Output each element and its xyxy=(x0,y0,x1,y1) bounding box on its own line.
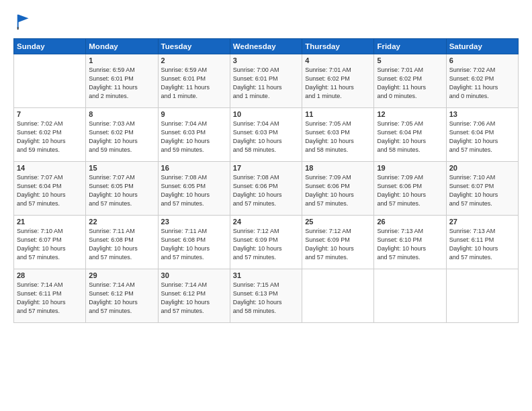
calendar-cell xyxy=(14,54,86,107)
calendar-cell: 24Sunrise: 7:12 AM Sunset: 6:09 PM Dayli… xyxy=(230,215,302,269)
calendar-table: SundayMondayTuesdayWednesdayThursdayFrid… xyxy=(13,38,519,323)
calendar-cell: 19Sunrise: 7:09 AM Sunset: 6:06 PM Dayli… xyxy=(374,161,446,215)
day-number: 21 xyxy=(17,218,83,226)
calendar-cell: 6Sunrise: 7:02 AM Sunset: 6:02 PM Daylig… xyxy=(446,54,518,107)
day-number: 30 xyxy=(161,271,227,279)
day-info: Sunrise: 7:10 AM Sunset: 6:07 PM Dayligh… xyxy=(449,173,515,208)
calendar-cell: 1Sunrise: 6:59 AM Sunset: 6:01 PM Daylig… xyxy=(86,54,158,107)
day-info: Sunrise: 7:02 AM Sunset: 6:02 PM Dayligh… xyxy=(449,66,515,101)
day-number: 20 xyxy=(449,164,515,172)
day-number: 14 xyxy=(17,164,83,172)
day-number: 15 xyxy=(89,164,154,172)
day-number: 4 xyxy=(305,56,371,64)
day-number: 6 xyxy=(449,56,515,64)
day-info: Sunrise: 7:10 AM Sunset: 6:07 PM Dayligh… xyxy=(17,227,83,262)
day-number: 29 xyxy=(89,271,154,279)
calendar-week-row: 21Sunrise: 7:10 AM Sunset: 6:07 PM Dayli… xyxy=(14,215,519,269)
day-number: 5 xyxy=(377,56,443,64)
day-header-wednesday: Wednesday xyxy=(230,38,302,54)
calendar-page: SundayMondayTuesdayWednesdayThursdayFrid… xyxy=(0,0,532,411)
day-number: 2 xyxy=(161,56,227,64)
day-info: Sunrise: 7:01 AM Sunset: 6:02 PM Dayligh… xyxy=(377,66,443,101)
calendar-cell: 26Sunrise: 7:13 AM Sunset: 6:10 PM Dayli… xyxy=(374,215,446,269)
calendar-cell: 12Sunrise: 7:05 AM Sunset: 6:04 PM Dayli… xyxy=(374,107,446,161)
calendar-week-row: 7Sunrise: 7:02 AM Sunset: 6:02 PM Daylig… xyxy=(14,107,519,161)
day-info: Sunrise: 7:01 AM Sunset: 6:02 PM Dayligh… xyxy=(305,66,371,101)
day-number: 13 xyxy=(449,110,515,118)
day-number: 31 xyxy=(233,271,299,279)
day-info: Sunrise: 7:15 AM Sunset: 6:13 PM Dayligh… xyxy=(233,281,299,316)
day-number: 23 xyxy=(161,218,227,226)
day-info: Sunrise: 7:03 AM Sunset: 6:02 PM Dayligh… xyxy=(89,120,154,154)
day-number: 11 xyxy=(305,110,371,118)
calendar-cell: 8Sunrise: 7:03 AM Sunset: 6:02 PM Daylig… xyxy=(86,107,158,161)
header xyxy=(13,12,519,32)
day-number: 25 xyxy=(305,218,371,226)
day-info: Sunrise: 7:04 AM Sunset: 6:03 PM Dayligh… xyxy=(161,120,227,154)
day-number: 28 xyxy=(17,271,83,279)
calendar-cell: 28Sunrise: 7:14 AM Sunset: 6:11 PM Dayli… xyxy=(14,269,86,322)
day-number: 19 xyxy=(377,164,443,172)
calendar-cell: 2Sunrise: 6:59 AM Sunset: 6:01 PM Daylig… xyxy=(158,54,230,107)
day-info: Sunrise: 6:59 AM Sunset: 6:01 PM Dayligh… xyxy=(161,66,227,101)
day-info: Sunrise: 7:14 AM Sunset: 6:11 PM Dayligh… xyxy=(17,281,83,316)
day-info: Sunrise: 7:13 AM Sunset: 6:10 PM Dayligh… xyxy=(377,227,443,262)
day-info: Sunrise: 7:07 AM Sunset: 6:05 PM Dayligh… xyxy=(89,173,154,208)
calendar-cell: 13Sunrise: 7:06 AM Sunset: 6:04 PM Dayli… xyxy=(446,107,518,161)
calendar-cell: 25Sunrise: 7:12 AM Sunset: 6:09 PM Dayli… xyxy=(302,215,374,269)
day-info: Sunrise: 7:14 AM Sunset: 6:12 PM Dayligh… xyxy=(89,281,154,316)
day-header-tuesday: Tuesday xyxy=(158,38,230,54)
day-info: Sunrise: 7:08 AM Sunset: 6:06 PM Dayligh… xyxy=(233,173,299,208)
day-number: 22 xyxy=(89,218,154,226)
svg-rect-1 xyxy=(17,27,19,30)
calendar-cell xyxy=(446,269,518,322)
calendar-week-row: 1Sunrise: 6:59 AM Sunset: 6:01 PM Daylig… xyxy=(14,54,519,107)
day-info: Sunrise: 7:14 AM Sunset: 6:12 PM Dayligh… xyxy=(161,281,227,316)
logo-flag-icon xyxy=(15,12,34,31)
calendar-cell: 7Sunrise: 7:02 AM Sunset: 6:02 PM Daylig… xyxy=(14,107,86,161)
day-info: Sunrise: 7:00 AM Sunset: 6:01 PM Dayligh… xyxy=(233,66,299,101)
day-info: Sunrise: 7:06 AM Sunset: 6:04 PM Dayligh… xyxy=(449,120,515,154)
calendar-header-row: SundayMondayTuesdayWednesdayThursdayFrid… xyxy=(14,38,519,54)
day-info: Sunrise: 7:11 AM Sunset: 6:08 PM Dayligh… xyxy=(161,227,227,262)
day-number: 18 xyxy=(305,164,371,172)
day-number: 3 xyxy=(233,56,299,64)
day-header-friday: Friday xyxy=(374,38,446,54)
calendar-week-row: 28Sunrise: 7:14 AM Sunset: 6:11 PM Dayli… xyxy=(14,269,519,322)
day-info: Sunrise: 7:05 AM Sunset: 6:04 PM Dayligh… xyxy=(377,120,443,154)
day-number: 26 xyxy=(377,218,443,226)
calendar-cell: 16Sunrise: 7:08 AM Sunset: 6:05 PM Dayli… xyxy=(158,161,230,215)
day-info: Sunrise: 7:08 AM Sunset: 6:05 PM Dayligh… xyxy=(161,173,227,208)
calendar-cell: 23Sunrise: 7:11 AM Sunset: 6:08 PM Dayli… xyxy=(158,215,230,269)
day-info: Sunrise: 7:12 AM Sunset: 6:09 PM Dayligh… xyxy=(305,227,371,262)
day-info: Sunrise: 7:13 AM Sunset: 6:11 PM Dayligh… xyxy=(449,227,515,262)
calendar-cell: 22Sunrise: 7:11 AM Sunset: 6:08 PM Dayli… xyxy=(86,215,158,269)
calendar-cell: 21Sunrise: 7:10 AM Sunset: 6:07 PM Dayli… xyxy=(14,215,86,269)
day-info: Sunrise: 7:07 AM Sunset: 6:04 PM Dayligh… xyxy=(17,173,83,208)
day-number: 17 xyxy=(233,164,299,172)
calendar-cell: 18Sunrise: 7:09 AM Sunset: 6:06 PM Dayli… xyxy=(302,161,374,215)
day-number: 12 xyxy=(377,110,443,118)
calendar-cell: 17Sunrise: 7:08 AM Sunset: 6:06 PM Dayli… xyxy=(230,161,302,215)
day-info: Sunrise: 7:12 AM Sunset: 6:09 PM Dayligh… xyxy=(233,227,299,262)
day-header-sunday: Sunday xyxy=(14,38,86,54)
calendar-cell: 15Sunrise: 7:07 AM Sunset: 6:05 PM Dayli… xyxy=(86,161,158,215)
calendar-cell: 5Sunrise: 7:01 AM Sunset: 6:02 PM Daylig… xyxy=(374,54,446,107)
calendar-cell: 14Sunrise: 7:07 AM Sunset: 6:04 PM Dayli… xyxy=(14,161,86,215)
day-info: Sunrise: 7:09 AM Sunset: 6:06 PM Dayligh… xyxy=(305,173,371,208)
day-number: 27 xyxy=(449,218,515,226)
day-number: 10 xyxy=(233,110,299,118)
day-number: 1 xyxy=(89,56,154,64)
calendar-cell xyxy=(374,269,446,322)
calendar-cell: 27Sunrise: 7:13 AM Sunset: 6:11 PM Dayli… xyxy=(446,215,518,269)
calendar-week-row: 14Sunrise: 7:07 AM Sunset: 6:04 PM Dayli… xyxy=(14,161,519,215)
day-number: 7 xyxy=(17,110,83,118)
calendar-body: 1Sunrise: 6:59 AM Sunset: 6:01 PM Daylig… xyxy=(14,54,519,322)
day-header-saturday: Saturday xyxy=(446,38,518,54)
day-header-monday: Monday xyxy=(86,38,158,54)
logo-text xyxy=(13,12,34,34)
day-info: Sunrise: 7:11 AM Sunset: 6:08 PM Dayligh… xyxy=(89,227,154,262)
day-info: Sunrise: 6:59 AM Sunset: 6:01 PM Dayligh… xyxy=(89,66,154,101)
svg-marker-0 xyxy=(17,15,29,29)
calendar-cell: 20Sunrise: 7:10 AM Sunset: 6:07 PM Dayli… xyxy=(446,161,518,215)
